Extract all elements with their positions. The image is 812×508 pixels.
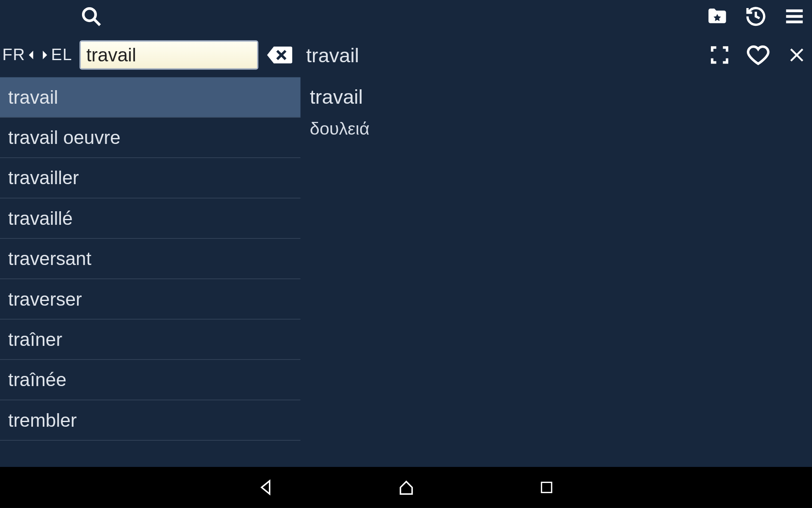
suggestion-item[interactable]: travaillé <box>0 199 300 239</box>
suggestion-item[interactable]: travail oeuvre <box>0 118 300 158</box>
title-word: travail <box>306 44 359 66</box>
chevron-right-icon <box>38 47 51 64</box>
chevron-left-icon <box>25 47 38 64</box>
suggestion-list: travailtravail oeuvretravaillertravaillé… <box>0 77 300 440</box>
search-input[interactable] <box>79 40 258 69</box>
svg-point-0 <box>83 8 96 21</box>
translation-panel: travail δουλειά <box>300 77 812 467</box>
search-row: FR EL travail <box>0 33 812 77</box>
nav-recent-icon[interactable] <box>535 476 558 499</box>
lang-from: FR <box>3 46 25 64</box>
clear-search-button[interactable] <box>265 43 292 66</box>
search-icon[interactable] <box>80 5 103 28</box>
suggestion-item[interactable]: trembler <box>0 400 300 440</box>
favorite-icon[interactable] <box>746 43 770 66</box>
result-translation: δουλειά <box>310 119 803 139</box>
close-icon[interactable] <box>785 43 808 66</box>
nav-back-icon[interactable] <box>254 476 277 499</box>
svg-rect-9 <box>541 482 551 492</box>
main-content: travailtravail oeuvretravaillertravaillé… <box>0 77 812 467</box>
suggestion-item[interactable]: traverser <box>0 279 300 319</box>
suggestion-item[interactable]: traînée <box>0 360 300 400</box>
top-bar <box>0 0 812 33</box>
favorites-folder-icon[interactable] <box>705 5 729 28</box>
android-navbar <box>0 467 812 508</box>
svg-line-1 <box>94 19 100 25</box>
suggestion-item[interactable]: traversant <box>0 239 300 279</box>
result-headword: travail <box>310 86 803 108</box>
suggestion-item[interactable]: traîner <box>0 320 300 360</box>
fullscreen-icon[interactable] <box>708 43 731 66</box>
history-icon[interactable] <box>744 5 768 28</box>
language-switcher[interactable]: FR EL <box>0 46 72 64</box>
suggestion-item[interactable]: travail <box>0 77 300 117</box>
menu-icon[interactable] <box>783 5 806 28</box>
nav-home-icon[interactable] <box>394 476 417 499</box>
lang-to: EL <box>51 46 72 64</box>
suggestion-item[interactable]: travailler <box>0 158 300 198</box>
